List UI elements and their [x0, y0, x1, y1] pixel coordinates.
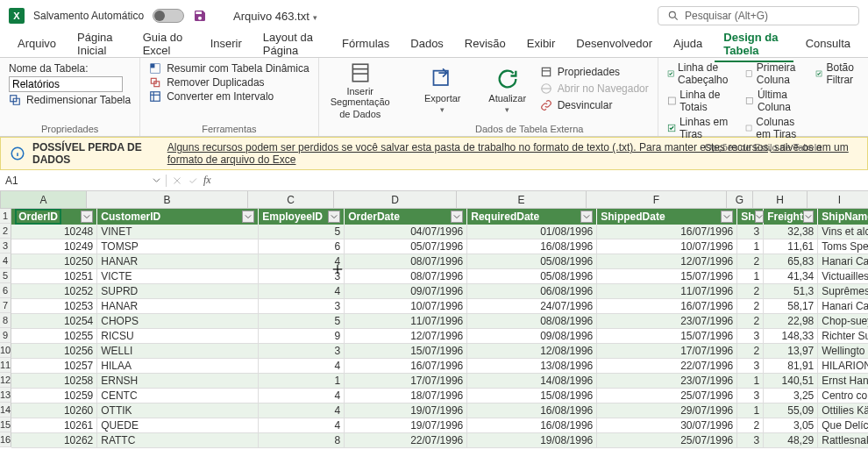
cell[interactable]: HILARION-	[818, 359, 868, 374]
cell[interactable]: 3	[259, 269, 345, 284]
cell[interactable]: 3	[259, 299, 345, 314]
cell[interactable]: 09/08/1996	[467, 329, 597, 344]
cell[interactable]: 13,97	[764, 344, 818, 359]
cell[interactable]: WELLI	[97, 344, 259, 359]
convert-range-button[interactable]: Converter em Intervalo	[149, 89, 309, 104]
cell[interactable]: SUPRD	[97, 284, 259, 299]
cell[interactable]: 23/07/1996	[597, 314, 737, 329]
row-header[interactable]: 5	[0, 268, 11, 283]
cell[interactable]: TOMSP	[97, 239, 259, 254]
cell[interactable]: 10253	[11, 299, 97, 314]
cell[interactable]: 14/08/1996	[467, 374, 597, 389]
cell[interactable]: 1	[259, 374, 345, 389]
cell[interactable]: 140,51	[764, 374, 818, 389]
filter-button[interactable]	[328, 211, 340, 223]
cell[interactable]: 23/07/1996	[597, 374, 737, 389]
table-header-cell[interactable]: Sh	[737, 209, 764, 225]
search-input[interactable]: Pesquisar (Alt+G)	[658, 6, 859, 25]
cell[interactable]: 19/07/1996	[345, 418, 467, 433]
export-button[interactable]: Exportar▾	[410, 61, 475, 119]
column-header[interactable]: H	[753, 191, 808, 208]
cell[interactable]: Centro cor	[818, 389, 868, 403]
cell[interactable]: 04/07/1996	[345, 225, 467, 239]
cell[interactable]: 1	[737, 269, 764, 284]
tab-página-inicial[interactable]: Página Inicial	[68, 27, 131, 62]
cell[interactable]: 8	[259, 433, 345, 448]
cell[interactable]: 11/07/1996	[345, 314, 467, 329]
warning-text[interactable]: Alguns recursos podem ser perdidos se vo…	[167, 141, 858, 166]
cell[interactable]: 15/07/1996	[597, 329, 737, 344]
cell[interactable]: 5	[259, 314, 345, 329]
cell[interactable]: 65,83	[764, 254, 818, 269]
cell[interactable]: 29/07/1996	[597, 403, 737, 418]
column-header[interactable]: E	[457, 191, 587, 208]
cell[interactable]: 10/07/1996	[597, 239, 737, 254]
cell[interactable]: 4	[259, 418, 345, 433]
cell[interactable]: Vins et alc	[818, 225, 868, 239]
row-header[interactable]: 15	[0, 418, 11, 432]
cell[interactable]: OTTIK	[97, 403, 259, 418]
cell[interactable]: Ottilies Kä	[818, 403, 868, 418]
cell[interactable]: 15/07/1996	[345, 344, 467, 359]
cell[interactable]: 9	[259, 329, 345, 344]
cell[interactable]: 16/08/1996	[467, 239, 597, 254]
cell[interactable]: CENTC	[97, 389, 259, 403]
cell[interactable]: Richter Su	[818, 329, 868, 344]
cell[interactable]: HILAA	[97, 359, 259, 374]
insert-slicer-button[interactable]: Inserir Segmentação de Dados	[328, 61, 393, 119]
tab-layout-da-página[interactable]: Layout da Página	[254, 27, 330, 62]
cell[interactable]: Ernst Hanc	[818, 374, 868, 389]
cell[interactable]: 08/07/1996	[345, 269, 467, 284]
refresh-button[interactable]: Atualizar▾	[475, 61, 540, 119]
cell[interactable]: 12/07/1996	[345, 329, 467, 344]
cell[interactable]: 09/07/1996	[345, 284, 467, 299]
filter-button[interactable]	[755, 211, 764, 223]
cell[interactable]: 10258	[11, 374, 97, 389]
banded-rows-check[interactable]: Linhas em Tiras	[667, 116, 733, 140]
resize-table-button[interactable]: Redimensionar Tabela	[9, 93, 131, 107]
cell[interactable]: VICTE	[97, 269, 259, 284]
cell[interactable]: 15/08/1996	[467, 389, 597, 403]
cell[interactable]: 2	[737, 314, 764, 329]
cell[interactable]: 2	[737, 299, 764, 314]
cell[interactable]: 15/07/1996	[597, 269, 737, 284]
ext-props-button[interactable]: Propriedades	[540, 65, 649, 79]
cell[interactable]: 08/07/1996	[345, 254, 467, 269]
cell[interactable]: VINET	[97, 225, 259, 239]
filter-button[interactable]	[580, 211, 593, 223]
cell[interactable]: RATTC	[97, 433, 259, 448]
cell[interactable]: 17/07/1996	[597, 344, 737, 359]
cell[interactable]: 4	[259, 359, 345, 374]
tab-exibir[interactable]: Exibir	[518, 33, 565, 55]
cell[interactable]: 17/07/1996	[345, 374, 467, 389]
row-header[interactable]: 2	[0, 224, 11, 239]
cell[interactable]: 11,61	[764, 239, 818, 254]
row-header[interactable]: 10	[0, 343, 11, 358]
cell[interactable]: 22,98	[764, 314, 818, 329]
banded-cols-check[interactable]: Colunas em Tiras	[745, 116, 803, 140]
cell[interactable]: 2	[737, 418, 764, 433]
filter-button[interactable]	[721, 211, 733, 223]
cell[interactable]: Hanari Car	[818, 299, 868, 314]
cell[interactable]: 10255	[11, 329, 97, 344]
cell[interactable]: 3	[737, 359, 764, 374]
cell[interactable]: 2	[737, 284, 764, 299]
cell[interactable]: 3	[737, 225, 764, 239]
cell[interactable]: 1	[737, 403, 764, 418]
tab-arquivo[interactable]: Arquivo	[9, 33, 65, 55]
autosave-toggle[interactable]	[153, 9, 184, 23]
cell[interactable]: 4	[259, 403, 345, 418]
cell[interactable]: 4	[259, 254, 345, 269]
tab-fórmulas[interactable]: Fórmulas	[333, 33, 398, 55]
cell[interactable]: 10257	[11, 359, 97, 374]
column-header[interactable]: D	[334, 191, 457, 208]
enter-icon[interactable]	[188, 175, 198, 186]
cell[interactable]: 16/08/1996	[467, 418, 597, 433]
row-header[interactable]: 14	[0, 403, 11, 418]
filter-button[interactable]	[451, 211, 463, 223]
cell[interactable]: 4	[259, 389, 345, 403]
filter-button[interactable]	[81, 211, 93, 223]
table-header-cell[interactable]: RequiredDate	[467, 209, 597, 225]
cell[interactable]: ERNSH	[97, 374, 259, 389]
column-header[interactable]: I	[808, 191, 868, 208]
